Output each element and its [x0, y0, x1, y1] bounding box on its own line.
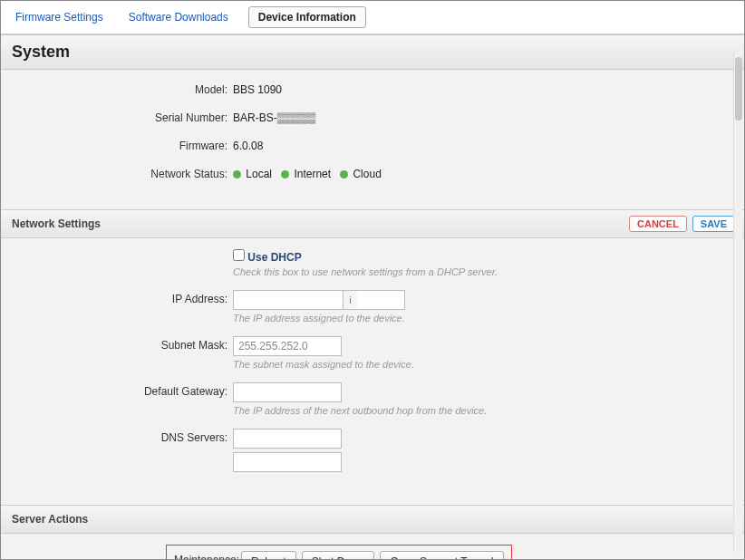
use-dhcp-checkbox[interactable] — [233, 249, 245, 261]
shut-down-button[interactable]: Shut Down — [302, 551, 375, 560]
cancel-button[interactable]: CANCEL — [629, 216, 687, 232]
dns-server-2-input[interactable] — [233, 452, 342, 472]
system-header: System — [1, 34, 744, 70]
subnet-mask-label: Subnet Mask: — [12, 336, 233, 352]
serial-value: BAR-BS-▒▒▒▒▒ — [233, 109, 315, 124]
ip-help: The IP address assigned to the device. — [233, 313, 405, 323]
dhcp-spacer — [12, 249, 233, 252]
server-actions-body: Maintenance: Reboot Shut Down Open Suppo… — [1, 534, 744, 560]
maintenance-label: Maintenance: — [174, 551, 241, 560]
network-settings-title: Network Settings — [12, 217, 733, 230]
ip-address-label: IP Address: — [12, 290, 233, 305]
reboot-button[interactable]: Reboot — [241, 551, 296, 560]
default-gateway-label: Default Gateway: — [12, 382, 233, 398]
tab-bar: Firmware Settings Software Downloads Dev… — [1, 1, 744, 34]
firmware-value: 6.0.08 — [233, 137, 263, 152]
subnet-mask-input[interactable] — [233, 336, 342, 356]
serial-label: Serial Number: — [12, 109, 233, 124]
dhcp-help: Check this box to use network settings f… — [233, 266, 498, 277]
tab-firmware-settings[interactable]: Firmware Settings — [10, 7, 109, 27]
save-button[interactable]: SAVE — [692, 216, 735, 232]
status-cloud: Cloud — [353, 168, 381, 180]
subnet-help: The subnet mask assigned to the device. — [233, 359, 414, 370]
scrollbar-thumb[interactable] — [735, 57, 742, 121]
use-dhcp-label: Use DHCP — [247, 251, 301, 264]
network-settings-header: Network Settings CANCEL SAVE — [1, 209, 744, 238]
status-dot-icon — [233, 170, 241, 179]
maintenance-highlight: Maintenance: Reboot Shut Down Open Suppo… — [166, 545, 512, 560]
system-title: System — [12, 43, 733, 62]
status-local: Local — [246, 168, 272, 180]
ip-address-input[interactable] — [234, 291, 343, 309]
gateway-help: The IP address of the next outbound hop … — [233, 405, 487, 416]
status-dot-icon — [340, 170, 348, 179]
content-area: System Model: BBS 1090 Serial Number: BA… — [1, 34, 744, 560]
network-status-value: Local Internet Cloud — [233, 165, 382, 180]
model-value: BBS 1090 — [233, 81, 282, 96]
dns-server-1-input[interactable] — [233, 429, 342, 449]
server-actions-title: Server Actions — [12, 513, 733, 526]
tab-device-information[interactable]: Device Information — [248, 6, 366, 28]
open-support-tunnel-button[interactable]: Open Support Tunnel — [380, 551, 503, 560]
firmware-label: Firmware: — [12, 137, 233, 152]
vertical-scrollbar[interactable] — [733, 52, 742, 552]
info-icon[interactable]: i — [343, 291, 357, 309]
server-actions-header: Server Actions — [1, 505, 744, 534]
default-gateway-input[interactable] — [233, 382, 342, 402]
system-body: Model: BBS 1090 Serial Number: BAR-BS-▒▒… — [1, 70, 744, 209]
status-internet: Internet — [294, 168, 331, 180]
model-label: Model: — [12, 81, 233, 96]
dns-servers-label: DNS Servers: — [12, 429, 233, 444]
network-settings-body: Use DHCP Check this box to use network s… — [1, 238, 744, 505]
network-status-label: Network Status: — [12, 165, 233, 180]
tab-software-downloads[interactable]: Software Downloads — [123, 7, 234, 27]
status-dot-icon — [281, 170, 289, 179]
